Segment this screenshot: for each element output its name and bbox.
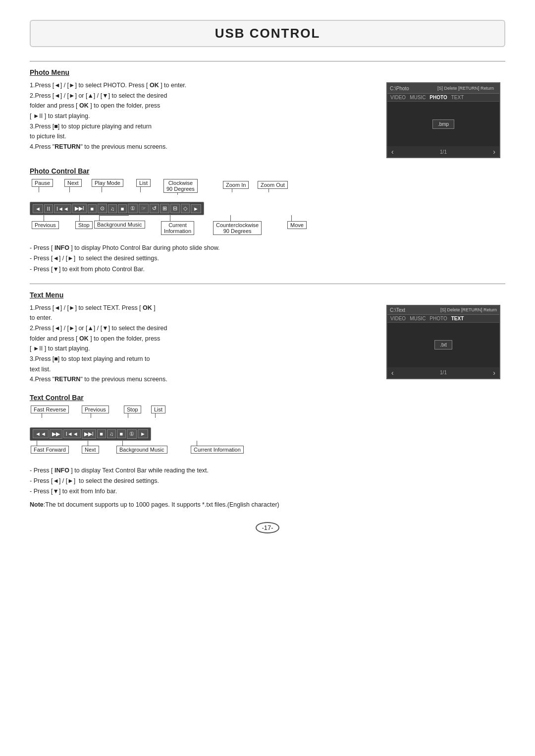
page-number: -17- (256, 522, 279, 533)
tl-fast-reverse: Fast Reverse (31, 406, 69, 418)
tl-previous: Previous (82, 406, 109, 418)
label-pause: Pause (32, 179, 53, 194)
photo-menu-section: Photo Menu 1.Press [◄] / [►] to select P… (30, 68, 505, 158)
tl-stop: Stop (124, 406, 141, 418)
bottom-label-ccw: Counterclockwise90 Degrees (213, 215, 262, 235)
btn-cursor: ☞ (139, 204, 149, 213)
photo-screen-footer: ‹ 1/1 › (387, 146, 499, 157)
photo-menu-text: 1.Press [◄] / [►] to select PHOTO. Press… (30, 80, 376, 152)
move-label: Move (287, 221, 307, 229)
bottom-label-bg-music: Background Music (94, 215, 145, 228)
photo-ctrl-buttons: ◄ II I◄◄ ▶▶I ■ ⊙ ♫ ■ ① ☞ ↺ ⊞ ⊟ ◇ ► (30, 202, 204, 215)
text-previous-label: Previous (82, 406, 109, 413)
ccw-label: Counterclockwise90 Degrees (213, 221, 262, 235)
btn-rotate: ↺ (150, 204, 159, 213)
text-menu-instructions: 1.Press [◄] / [►] to select TEXT. Press … (30, 303, 376, 385)
txt-btn-black: ■ (117, 429, 126, 438)
list-label: List (136, 179, 151, 187)
text-menu-title: Text Menu (30, 291, 505, 299)
text-page-num: 1/1 (440, 370, 447, 375)
bottom-label-move: Move (287, 215, 307, 229)
photo-menu-instructions: 1.Press [◄] / [►] to select PHOTO. Press… (30, 80, 376, 158)
zoom-out-label: Zoom Out (258, 181, 288, 189)
text-menu-text: 1.Press [◄] / [►] to select TEXT. Press … (30, 303, 376, 385)
previous-label: Previous (32, 221, 59, 229)
text-nav-right: › (493, 369, 495, 377)
photo-screen: C:\Photo [S] Delete [RETURN] Return VIDE… (386, 80, 505, 158)
photo-ctrl-notes: - Press [ INFO ] to display Photo Contro… (30, 243, 505, 275)
text-nav-left: ‹ (391, 369, 394, 377)
btn-next-track: ▶▶I (72, 204, 87, 213)
bottom-label-current-info: CurrentInformation (161, 215, 194, 235)
label-list: List (136, 179, 151, 192)
text-screen-path: C:\Text (390, 307, 437, 313)
btn-forward: ► (191, 204, 201, 213)
text-screen-footer: ‹ 1/1 › (387, 367, 499, 378)
next-label: Next (64, 179, 82, 187)
text-screen: C:\Text [S] Delete [RETURN] Return VIDEO… (386, 303, 505, 385)
photo-menu-title: Photo Menu (30, 68, 505, 76)
fast-forward-label: Fast Forward (31, 446, 69, 454)
bl-bg-music: Background Music (116, 441, 167, 453)
play-mode-label: Play Mode (92, 179, 123, 187)
label-play-mode: Play Mode (92, 179, 123, 192)
text-tab-music: MUSIC (410, 316, 426, 321)
pause-label: Pause (32, 179, 53, 187)
btn-circle: ⊙ (98, 204, 107, 213)
txt-btn-music: ♫ (107, 429, 116, 438)
text-ctrl-top-labels: Fast Reverse Previous Stop List (30, 406, 287, 427)
txt-btn-stop: ■ (97, 429, 106, 438)
btn-zoom-out-icon: ⊟ (170, 204, 180, 213)
text-ctrl-bottom-labels: Fast Forward Next Background Music Curre… (30, 441, 287, 463)
txt-btn-next: ▶▶I (82, 429, 96, 439)
bottom-label-previous: Previous (32, 215, 59, 229)
bl-current-info: Current Information (191, 441, 244, 453)
text-control-bar-section: Text Control Bar Fast Reverse Previous S… (30, 394, 505, 508)
photo-ctrl-top-labels: Pause Next Play Mode List Clockwise90 De… (30, 179, 357, 202)
btn-info: ① (128, 204, 138, 213)
label-next: Next (64, 179, 82, 192)
text-current-info-label: Current Information (191, 446, 244, 454)
photo-ctrl-bottom-labels: Previous Stop Background Music CurrentIn… (30, 215, 357, 240)
fast-reverse-label: Fast Reverse (31, 406, 69, 413)
btn-move: ◇ (181, 204, 190, 213)
text-ctrl-buttons: ◄◄ ▶▶ I◄◄ ▶▶I ■ ♫ ■ ① ► (30, 427, 151, 441)
label-zoom-in: Zoom In (223, 181, 249, 192)
label-clockwise: Clockwise90 Degrees (163, 179, 198, 195)
text-stop-label: Stop (124, 406, 141, 413)
photo-control-bar-section: Photo Control Bar Pause Next Play Mode L… (30, 167, 505, 275)
text-tab-text: TEXT (451, 316, 464, 321)
clockwise-label: Clockwise90 Degrees (163, 179, 198, 193)
photo-screen-nav: [S] Delete [RETURN] Return (434, 85, 497, 92)
txt-btn-prev: I◄◄ (63, 429, 81, 438)
bottom-label-stop: Stop (75, 215, 93, 229)
btn-rewind: ◄ (33, 204, 43, 213)
stop-label: Stop (75, 221, 93, 229)
btn-stop: ■ (88, 204, 97, 213)
btn-pause: II (44, 204, 53, 213)
text-menu-section: Text Menu 1.Press [◄] / [►] to select TE… (30, 291, 505, 385)
text-ctrl-notes: - Press [ INFO ] to display Text Control… (30, 465, 505, 497)
text-list-label: List (151, 406, 165, 413)
text-screen-body: .txt (387, 323, 499, 367)
page-title-box: USB CONTROL (30, 20, 505, 47)
bl-next: Next (82, 441, 99, 453)
tl-list: List (151, 406, 165, 418)
tab-music: MUSIC (410, 95, 426, 100)
bl-fast-forward: Fast Forward (31, 441, 69, 453)
text-bg-music-label: Background Music (116, 446, 167, 454)
text-tab-photo: PHOTO (429, 316, 447, 321)
text-screen-nav: [S] Delete [RETURN] Return (440, 307, 497, 312)
btn-black: ■ (118, 204, 127, 213)
text-ctrl-extra-note: Note:The txt document supports up to 100… (30, 501, 505, 508)
btn-zoom-in-icon: ⊞ (160, 204, 169, 213)
text-control-bar-title: Text Control Bar (30, 394, 505, 402)
text-next-label: Next (82, 446, 99, 454)
photo-screen-body: .bmp (387, 102, 499, 146)
txt-btn-play: ► (138, 429, 148, 438)
photo-page-num: 1/1 (440, 149, 447, 155)
zoom-in-label: Zoom In (223, 181, 249, 189)
tab-text: TEXT (451, 95, 464, 100)
current-info-label: CurrentInformation (161, 221, 194, 235)
tab-photo: PHOTO (429, 95, 447, 100)
